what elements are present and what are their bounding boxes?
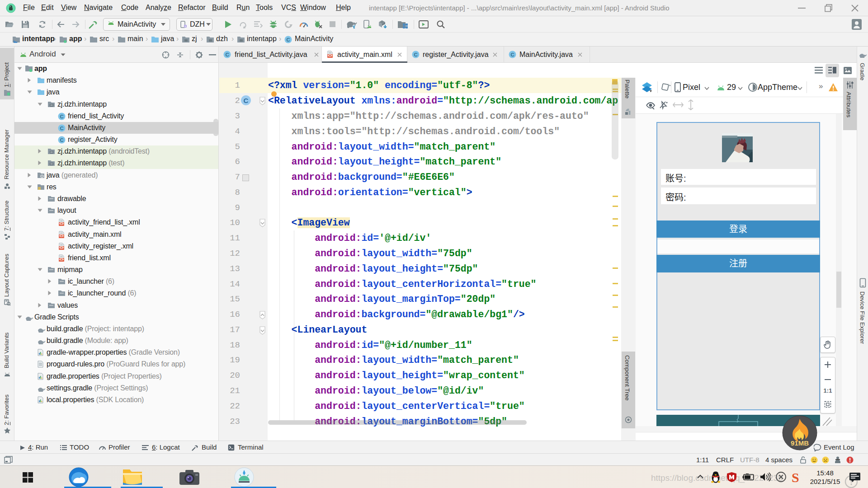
svg-text:C: C <box>287 37 290 42</box>
svg-text:C: C <box>225 52 229 57</box>
svg-text:C: C <box>244 97 249 104</box>
svg-text:<>: <> <box>59 222 64 226</box>
svg-text:<>: <> <box>59 246 64 250</box>
svg-text:C: C <box>60 137 63 143</box>
svg-text:C: C <box>510 52 514 57</box>
svg-text:C: C <box>60 126 63 131</box>
svg-text:<>: <> <box>59 234 64 239</box>
svg-text:C: C <box>414 52 417 57</box>
svg-text:<>: <> <box>328 54 332 58</box>
svg-text:C: C <box>60 114 63 119</box>
svg-text:<>: <> <box>59 258 64 262</box>
svg-text:91MB: 91MB <box>791 439 809 447</box>
